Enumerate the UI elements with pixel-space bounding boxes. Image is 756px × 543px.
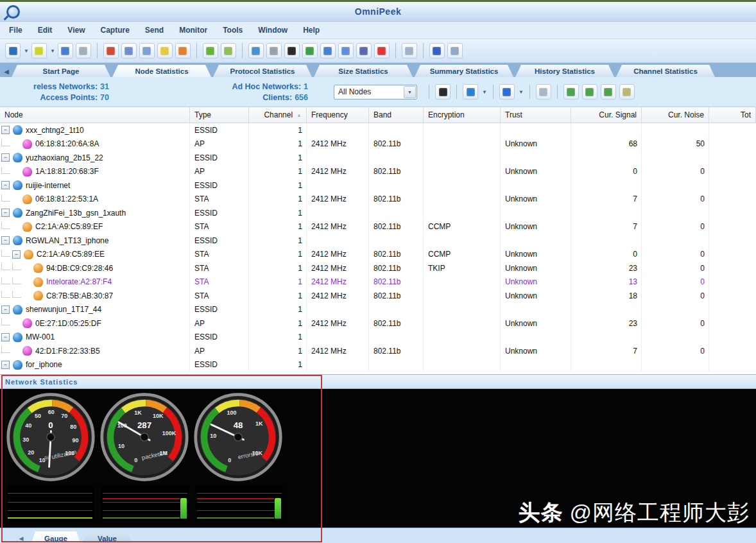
expander-icon[interactable]: − — [1, 126, 10, 134]
table-row[interactable]: Intelorate:A2:87:F4STA12412 MHz802.11bUn… — [0, 275, 756, 289]
column-header-band[interactable]: Band — [369, 107, 424, 123]
expander-icon[interactable]: − — [1, 361, 10, 369]
open-icon[interactable] — [31, 43, 47, 58]
name-table-icon[interactable] — [248, 43, 264, 58]
expander-icon[interactable]: − — [1, 306, 10, 314]
expander-icon[interactable]: − — [1, 181, 10, 189]
menu-file[interactable]: File — [9, 26, 22, 35]
column-header-cur-noise[interactable]: Cur. Noise — [642, 107, 709, 123]
list-icon[interactable] — [402, 43, 417, 58]
table-row[interactable]: 06:18:81:20:6A:8AAP12412 MHz802.11bUnkno… — [0, 137, 756, 151]
tab-node-statistics[interactable]: Node Statistics — [112, 65, 211, 77]
menu-send[interactable]: Send — [145, 26, 164, 35]
node-filter-dropdown[interactable]: All Nodes ▼ — [334, 85, 417, 99]
clock-icon[interactable] — [302, 43, 318, 58]
column-header-trust[interactable]: Trust — [501, 107, 571, 123]
expander-icon[interactable]: − — [1, 153, 10, 162]
table-row[interactable]: −ruijie-internetESSID1 — [0, 178, 756, 193]
note-icon[interactable] — [619, 84, 635, 99]
tab-size-statistics[interactable]: Size Statistics — [314, 65, 413, 77]
table-row[interactable]: −ZangZhiFei_13b_gsn_1xauthESSID1 — [0, 206, 756, 220]
start-page-icon[interactable] — [5, 43, 21, 58]
tab-history-statistics[interactable]: History Statistics — [515, 65, 614, 77]
table-row[interactable]: −xxx_chtng2_1t10ESSID1 — [0, 123, 756, 137]
tab-scroll-left-icon[interactable]: ◀ — [1, 65, 12, 77]
column-header-channel[interactable]: Channel▲ — [249, 107, 307, 123]
summary-window-icon[interactable] — [320, 43, 336, 58]
readme-icon[interactable] — [447, 43, 463, 58]
table-row[interactable]: −shenwunjun_1T17_44ESSID1 — [0, 303, 756, 317]
table-header-row: NodeTypeChannel▲FrequencyBandEncryptionT… — [0, 107, 756, 123]
tab-summary-statistics[interactable]: Summary Statistics — [415, 65, 513, 77]
tab-gauge[interactable]: Gauge — [31, 531, 81, 543]
tab-value[interactable]: Value — [82, 531, 132, 543]
monitor-options-icon[interactable] — [203, 43, 218, 58]
filter-icon-dropdown[interactable]: ▼ — [519, 89, 524, 95]
menu-edit[interactable]: Edit — [38, 26, 53, 35]
table-row[interactable]: −MW-001ESSID1 — [0, 331, 756, 345]
help-icon[interactable] — [356, 43, 372, 58]
menu-window[interactable]: Window — [258, 26, 288, 35]
watermark: 头条@网络工程师大彭 — [518, 498, 750, 528]
column-header-tot[interactable]: Tot — [709, 107, 756, 123]
menu-view[interactable]: View — [67, 26, 85, 35]
column-header-cur-signal[interactable]: Cur. Signal — [571, 107, 642, 123]
table-row[interactable]: C8:7B:5B:AB:30:87STA12412 MHz802.11bUnkn… — [0, 289, 756, 303]
menu-monitor[interactable]: Monitor — [179, 26, 207, 35]
capture-options-icon[interactable] — [175, 43, 191, 58]
column-header-frequency[interactable]: Frequency — [307, 107, 369, 123]
capture-note-icon[interactable] — [157, 43, 173, 58]
start-page-icon-dropdown[interactable]: ▼ — [24, 48, 29, 54]
tab-protocol-statistics[interactable]: Protocol Statistics — [213, 65, 312, 77]
table-row[interactable]: 0E:27:1D:05:25:DFAP12412 MHz802.11bUnkno… — [0, 316, 756, 331]
gauge-tab-scroll-left-icon[interactable]: ◀ — [17, 532, 26, 543]
refresh-icon-dropdown[interactable]: ▼ — [482, 89, 487, 95]
table-row[interactable]: −yuzhaoxiang_2b15_22ESSID1 — [0, 151, 756, 165]
essid-node-icon — [13, 332, 22, 342]
table-row[interactable]: 06:18:81:22:53:1ASTA12412 MHz802.11bUnkn… — [0, 193, 756, 207]
table-row[interactable]: −RGWLAN_1T13_iphoneESSID1 — [0, 234, 756, 248]
open-icon-dropdown[interactable]: ▼ — [50, 48, 55, 54]
trust-cell: Unknown — [501, 319, 571, 328]
insert-name-icon[interactable] — [563, 84, 579, 99]
table-row[interactable]: −for_iphoneESSID1 — [0, 358, 756, 372]
column-header-node[interactable]: Node — [0, 107, 190, 123]
menu-help[interactable]: Help — [303, 26, 320, 35]
radar-icon[interactable] — [536, 84, 551, 99]
save-icon[interactable] — [58, 43, 73, 58]
column-header-type[interactable]: Type — [190, 107, 249, 123]
capture-filter-icon[interactable] — [121, 43, 137, 58]
errors-gauge: 0101001K10K48errors/s — [193, 392, 284, 483]
dropdown-button-icon[interactable]: ▼ — [404, 86, 416, 98]
monitor-stats-icon[interactable] — [221, 43, 236, 58]
menu-capture[interactable]: Capture — [100, 26, 129, 35]
table-row[interactable]: C2:1A:A9:C5:89:EFSTA12412 MHz802.11bCCMP… — [0, 220, 756, 234]
expander-icon[interactable]: − — [1, 209, 10, 217]
graph-window-icon[interactable] — [338, 43, 354, 58]
web-help-icon[interactable] — [429, 43, 445, 58]
make-filter-icon[interactable] — [582, 84, 597, 99]
security-key-icon[interactable] — [284, 43, 300, 58]
tab-start-page[interactable]: Start Page — [12, 65, 110, 77]
table-row[interactable]: 42:D1:F8:22:33:B5AP12412 MHz802.11bUnkno… — [0, 344, 756, 358]
node-label: C2:1A:A9:C5:89:EF — [35, 222, 103, 231]
column-header-encryption[interactable]: Encryption — [424, 107, 501, 123]
menu-tools[interactable]: Tools — [223, 26, 243, 35]
key-icon[interactable] — [435, 84, 451, 99]
tab-channel-statistics[interactable]: Channel Statistics — [616, 65, 715, 77]
wireless-signal-icon[interactable] — [374, 43, 390, 58]
table-row[interactable]: −C2:1A:A9:C5:89:EESTA12412 MHz802.11bCCM… — [0, 248, 756, 262]
tools-icon[interactable] — [266, 43, 282, 58]
new-capture-icon[interactable] — [103, 43, 119, 58]
refresh-icon[interactable] — [463, 84, 478, 99]
edit-filter-icon[interactable] — [139, 43, 155, 58]
expander-icon[interactable]: − — [1, 333, 10, 341]
expander-icon[interactable]: − — [1, 236, 10, 245]
print-icon[interactable] — [76, 43, 91, 58]
graph-icon[interactable] — [601, 84, 616, 99]
expander-icon[interactable]: − — [12, 250, 21, 259]
table-row[interactable]: 1A:18:81:20:68:3FAP12412 MHz802.11bUnkno… — [0, 165, 756, 179]
type-cell: ESSID — [190, 126, 249, 135]
table-row[interactable]: 94:DB:C9:C9:28:46STA12412 MHz802.11bTKIP… — [0, 261, 756, 275]
filter-icon[interactable] — [499, 84, 515, 99]
